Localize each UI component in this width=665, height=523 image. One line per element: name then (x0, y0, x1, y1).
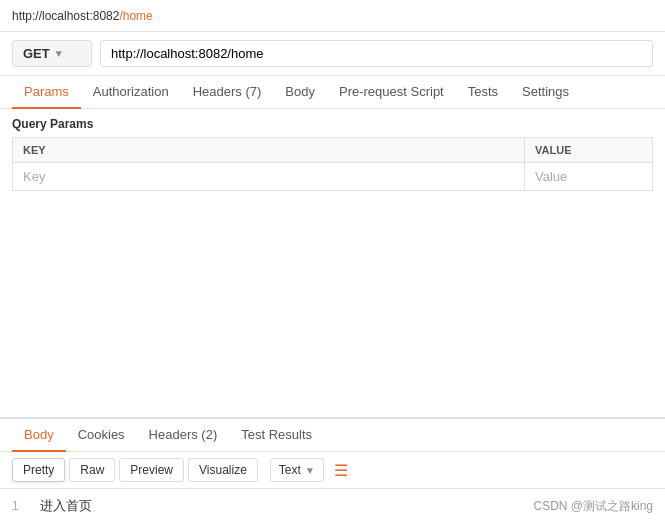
params-empty-row: Key Value (13, 163, 653, 191)
footer: CSDN @测试之路king (533, 498, 653, 515)
response-tab-body[interactable]: Body (12, 419, 66, 452)
tab-params[interactable]: Params (12, 76, 81, 109)
response-tab-cookies[interactable]: Cookies (66, 419, 137, 452)
params-value-placeholder[interactable]: Value (525, 163, 653, 191)
method-selector[interactable]: GET ▼ (12, 40, 92, 67)
tab-authorization[interactable]: Authorization (81, 76, 181, 109)
filter-icon[interactable]: ☰ (334, 461, 348, 480)
url-input[interactable] (100, 40, 653, 67)
request-tabs-row: Params Authorization Headers (7) Body Pr… (0, 76, 665, 109)
tab-headers-label: Headers (7) (193, 84, 262, 99)
response-tab-headers[interactable]: Headers (2) (137, 419, 230, 452)
tab-settings[interactable]: Settings (510, 76, 581, 109)
chevron-down-icon: ▼ (305, 465, 315, 476)
line-number: 1 (12, 499, 28, 513)
query-params-title: Query Params (12, 117, 653, 131)
tab-prerequest[interactable]: Pre-request Script (327, 76, 456, 109)
method-label: GET (23, 46, 50, 61)
tab-headers[interactable]: Headers (7) (181, 76, 274, 109)
response-tab-test-results[interactable]: Test Results (229, 419, 324, 452)
params-section: Query Params KEY VALUE Key Value (0, 109, 665, 417)
top-url-display: http://localhost:8082/home (12, 9, 153, 23)
format-visualize-button[interactable]: Visualize (188, 458, 258, 482)
params-value-header: VALUE (525, 138, 653, 163)
format-preview-button[interactable]: Preview (119, 458, 184, 482)
type-selector[interactable]: Text ▼ (270, 458, 324, 482)
tab-tests-label: Tests (468, 84, 498, 99)
top-url-path: /home (119, 9, 152, 23)
tab-body-label: Body (285, 84, 315, 99)
response-tab-test-results-label: Test Results (241, 427, 312, 442)
type-selector-label: Text (279, 463, 301, 477)
tab-tests[interactable]: Tests (456, 76, 510, 109)
response-tabs-row: Body Cookies Headers (2) Test Results (0, 419, 665, 452)
format-raw-button[interactable]: Raw (69, 458, 115, 482)
request-bar: GET ▼ (0, 32, 665, 76)
response-tab-cookies-label: Cookies (78, 427, 125, 442)
response-toolbar: Pretty Raw Preview Visualize Text ▼ ☰ (0, 452, 665, 489)
params-table: KEY VALUE Key Value (12, 137, 653, 191)
response-tab-body-label: Body (24, 427, 54, 442)
params-key-header: KEY (13, 138, 525, 163)
tab-prerequest-label: Pre-request Script (339, 84, 444, 99)
tab-authorization-label: Authorization (93, 84, 169, 99)
response-tab-headers-label: Headers (2) (149, 427, 218, 442)
line-content: 进入首页 (40, 497, 92, 515)
top-url-bar: http://localhost:8082/home (0, 0, 665, 32)
format-pretty-button[interactable]: Pretty (12, 458, 65, 482)
footer-text: CSDN @测试之路king (533, 499, 653, 513)
params-key-placeholder[interactable]: Key (13, 163, 525, 191)
tab-body[interactable]: Body (273, 76, 327, 109)
chevron-down-icon: ▼ (54, 48, 64, 59)
tab-settings-label: Settings (522, 84, 569, 99)
tab-params-label: Params (24, 84, 69, 99)
